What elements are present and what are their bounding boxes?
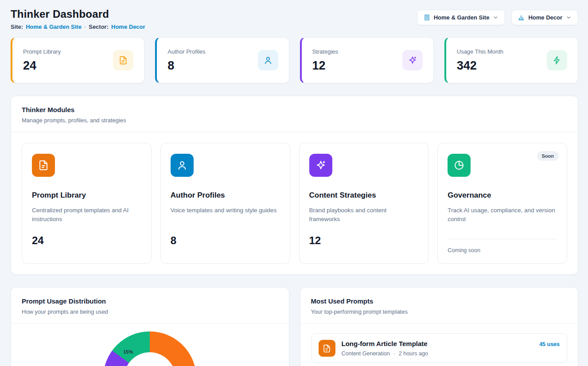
modules-header: Thinker Modules Manage prompts, profiles…: [11, 96, 578, 132]
module-card-governance[interactable]: Soon Governance Track AI usage, complian…: [437, 143, 567, 264]
stat-label: Author Profiles: [167, 48, 205, 55]
dashboard-page: Thinker Dashboard Site: Home & Garden Si…: [0, 0, 588, 366]
usage-distribution-card: Prompt Usage Distribution How your promp…: [11, 287, 289, 366]
sparkle-star-icon: [402, 50, 423, 70]
module-card-prompt-library[interactable]: Prompt Library Centralized prompt templa…: [22, 143, 152, 264]
modules-title: Thinker Modules: [22, 106, 567, 113]
document-icon: [319, 340, 335, 357]
prompt-item-text: Long-form Article Template Content Gener…: [342, 340, 428, 357]
site-dropdown-label: Home & Garden Site: [434, 14, 490, 21]
usage-distribution-header: Prompt Usage Distribution How your promp…: [11, 288, 289, 323]
module-value: 8: [171, 234, 280, 247]
module-description: Brand playbooks and content frameworks: [309, 206, 419, 233]
modules-grid: Prompt Library Centralized prompt templa…: [11, 132, 578, 274]
user-icon: [171, 154, 194, 177]
module-title: Author Profiles: [171, 191, 280, 200]
module-value: 12: [309, 234, 419, 247]
divider: [448, 239, 557, 239]
module-title: Content Strategies: [309, 191, 419, 200]
module-value: 24: [32, 234, 141, 247]
document-icon: [32, 154, 55, 177]
stat-card-prompt-library: Prompt Library 24: [11, 37, 144, 83]
prompt-time: 2 hours ago: [399, 350, 428, 357]
stat-value: 24: [23, 59, 61, 73]
header-titles: Thinker Dashboard Site: Home & Garden Si…: [11, 8, 145, 30]
module-title: Governance: [448, 191, 557, 200]
thinker-modules-panel: Thinker Modules Manage prompts, profiles…: [11, 96, 578, 275]
separator-dot: ·: [84, 23, 86, 30]
pie-chart-icon: [448, 154, 471, 177]
site-link[interactable]: Home & Garden Site: [26, 23, 82, 30]
bar-chart-icon: [518, 14, 525, 21]
chevron-down-icon: [493, 15, 498, 20]
stat-label: Usage This Month: [457, 48, 503, 55]
stat-text: Usage This Month 342: [457, 48, 503, 73]
most-used-subtitle: Your top-performing prompt templates: [311, 308, 568, 315]
header-controls: Home & Garden Site Home Decor: [417, 8, 578, 25]
bottom-row: Prompt Usage Distribution How your promp…: [11, 287, 578, 366]
sector-dropdown-label: Home Decor: [528, 14, 562, 21]
sparkle-star-icon: [309, 154, 332, 177]
usage-distribution-title: Prompt Usage Distribution: [22, 297, 278, 305]
module-description: Centralized prompt templates and AI inst…: [32, 206, 141, 233]
stat-text: Prompt Library 24: [23, 48, 61, 73]
stat-value: 8: [167, 59, 205, 73]
stat-label: Prompt Library: [23, 48, 61, 55]
prompt-item-title: Long-form Article Template: [342, 340, 428, 347]
stat-text: Strategies 12: [312, 48, 339, 73]
document-icon: [113, 50, 133, 70]
module-card-content-strategies[interactable]: Content Strategies Brand playbooks and c…: [299, 143, 429, 264]
prompt-uses-badge: 45 uses: [539, 340, 560, 347]
page-title: Thinker Dashboard: [11, 8, 145, 20]
building-icon: [424, 14, 430, 21]
prompt-category: Content Generation: [342, 350, 390, 357]
coming-soon-text: Coming soon: [448, 247, 557, 253]
module-card-author-profiles[interactable]: Author Profiles Voice templates and writ…: [160, 143, 290, 264]
usage-distribution-subtitle: How your prompts are being used: [22, 308, 278, 315]
breadcrumb: Site: Home & Garden Site · Sector: Home …: [11, 23, 145, 30]
page-header: Thinker Dashboard Site: Home & Garden Si…: [11, 8, 578, 30]
donut-segment-label: 15%: [123, 349, 133, 354]
module-description: Track AI usage, compliance, and version …: [448, 206, 557, 233]
modules-subtitle: Manage prompts, profiles, and strategies: [22, 117, 567, 124]
stat-card-strategies: Strategies 12: [300, 37, 434, 83]
site-label: Site:: [11, 23, 23, 30]
stat-text: Author Profiles 8: [167, 48, 205, 73]
lightning-icon: [547, 50, 567, 70]
stat-value: 12: [312, 59, 339, 73]
stat-card-usage: Usage This Month 342: [444, 37, 578, 83]
user-icon: [258, 50, 278, 70]
chevron-down-icon: [566, 15, 572, 20]
site-dropdown[interactable]: Home & Garden Site: [417, 10, 506, 25]
usage-donut: 15%: [103, 331, 196, 366]
stats-row: Prompt Library 24 Author Profiles 8 Stra…: [11, 37, 578, 83]
module-title: Prompt Library: [32, 191, 141, 200]
soon-badge: Soon: [537, 151, 559, 161]
stat-value: 342: [457, 59, 503, 73]
most-used-list: Long-form Article Template Content Gener…: [300, 323, 578, 366]
stat-label: Strategies: [312, 48, 339, 55]
module-description: Voice templates and writing style guides: [171, 206, 280, 233]
most-used-header: Most Used Prompts Your top-performing pr…: [300, 288, 578, 323]
most-used-prompts-card: Most Used Prompts Your top-performing pr…: [300, 287, 579, 366]
most-used-title: Most Used Prompts: [311, 297, 568, 305]
sector-link[interactable]: Home Decor: [111, 23, 145, 30]
sector-label: Sector:: [89, 23, 109, 30]
usage-chart-area: 15%: [11, 331, 289, 366]
list-item[interactable]: Long-form Article Template Content Gener…: [311, 333, 568, 363]
sector-dropdown[interactable]: Home Decor: [511, 10, 578, 25]
stat-card-author-profiles: Author Profiles 8: [155, 37, 289, 83]
prompt-item-meta: Content Generation · 2 hours ago: [342, 350, 428, 357]
separator-dot: ·: [393, 350, 395, 357]
